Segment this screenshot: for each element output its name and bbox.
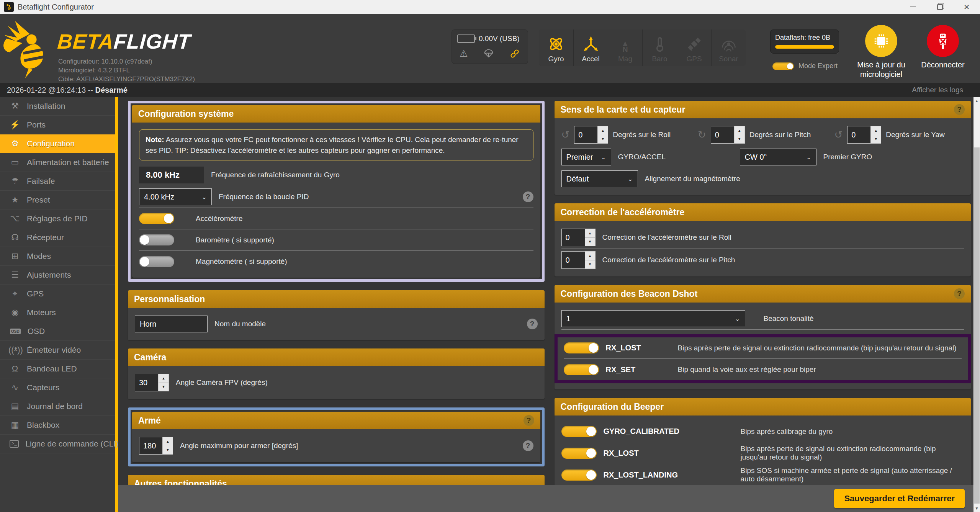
close-button[interactable]: × <box>953 0 980 14</box>
step-up-icon: ▲ <box>585 229 595 238</box>
beeper-row-rx-lost: RX_LOST Bips après perte de signal ou ex… <box>561 442 964 464</box>
sidebar-item-sensors[interactable]: ∿Capteurs <box>0 378 115 397</box>
scroll-up-arrow[interactable]: ▲ <box>973 97 980 105</box>
sidebar-item-motors[interactable]: ◉Moteurs <box>0 303 115 322</box>
stepper-buttons[interactable]: ▲▼ <box>585 252 595 268</box>
beeper-rx-lost-toggle[interactable] <box>561 448 597 459</box>
dshot-rx-lost-toggle[interactable] <box>564 342 599 353</box>
sensor-baro: Baro <box>642 29 677 66</box>
sidebar-item-preset[interactable]: ★Preset <box>0 191 115 209</box>
restore-icon <box>937 4 943 10</box>
magnetometer-toggle[interactable] <box>139 256 174 267</box>
beeper-gyro-calibrated-toggle[interactable] <box>561 426 597 437</box>
scroll-down-arrow[interactable]: ▼ <box>973 504 980 512</box>
plug-icon: ⚡ <box>8 120 21 130</box>
roll-degrees-stepper[interactable]: ▲▼ <box>574 126 608 144</box>
accelerometer-toggle[interactable] <box>139 213 174 224</box>
window-titlebar: Betaflight Configurator × <box>0 0 980 14</box>
save-and-reboot-button[interactable]: Sauvegarder et Redémarrer <box>834 489 965 508</box>
help-icon[interactable]: ? <box>523 440 533 451</box>
step-down-icon: ▼ <box>585 238 595 246</box>
sidebar-item-pid-tuning[interactable]: ⌥Réglages de PID <box>0 209 115 228</box>
sidebar-item-video-transmitter[interactable]: ((ᵜ))Émetteur vidéo <box>0 341 115 360</box>
sidebar-item-led-strip[interactable]: ΩBandeau LED <box>0 360 115 378</box>
section-title: Autres fonctionnalités <box>134 479 227 485</box>
expert-mode-toggle[interactable] <box>772 62 794 70</box>
expert-mode-label: Mode Expert <box>798 62 838 70</box>
beeper-rx-lost-landing-toggle[interactable] <box>561 469 597 481</box>
stepper-buttons[interactable]: ▲▼ <box>162 437 173 454</box>
firmware-version: Micrologiciel: 4.3.2 BTFL <box>58 66 195 75</box>
model-name-input[interactable] <box>135 316 208 332</box>
pitch-degrees-stepper[interactable]: ▲▼ <box>711 126 745 144</box>
max-arm-angle-stepper[interactable]: ▲▼ <box>139 437 173 455</box>
stepper-buttons[interactable]: ▲▼ <box>870 126 881 143</box>
stepper-buttons[interactable]: ▲▼ <box>597 126 608 143</box>
show-logs-link[interactable]: Afficher les logs <box>912 86 963 94</box>
beacon-tone-select[interactable]: 1⌄ <box>561 310 745 327</box>
app-header: BETAFLIGHT Configurateur: 10.10.0 (c97de… <box>0 14 980 83</box>
barometer-toggle[interactable] <box>139 234 174 245</box>
stepper-buttons[interactable]: ▲▼ <box>158 374 169 391</box>
minimize-button[interactable] <box>900 0 926 14</box>
accel-trim-pitch-stepper[interactable]: ▲▼ <box>561 251 596 269</box>
maximize-button[interactable] <box>926 0 953 14</box>
step-down-icon: ▼ <box>735 135 744 144</box>
sidebar-item-cli[interactable]: >_Ligne de commande (CLI) <box>0 435 115 453</box>
disconnect-button[interactable]: Déconnecter <box>914 25 972 70</box>
sidebar-item-osd[interactable]: OSDOSD <box>0 322 115 341</box>
help-icon[interactable]: ? <box>527 319 538 329</box>
section-title: Configuration des Beacon Dshot <box>561 289 698 299</box>
sidebar-item-power-battery[interactable]: ▭Alimentation et batterie <box>0 153 115 172</box>
yaw-degrees-group: ↺ ▲▼ Degrés sur le Yaw <box>834 126 964 144</box>
sidebar-item-modes[interactable]: ⊞Modes <box>0 247 115 266</box>
pid-frequency-select[interactable]: 4.00 kHz⌄ <box>139 188 212 205</box>
receiver-icon: ☊ <box>8 232 21 242</box>
beeper-configuration-section: Configuration du Beeper GYRO_CALIBRATED … <box>555 398 971 485</box>
wrench-icon: ⚒ <box>8 101 21 111</box>
sidebar-item-ports[interactable]: ⚡Ports <box>0 116 115 134</box>
app-bee-icon <box>4 2 14 12</box>
sidebar-item-adjustments[interactable]: ☰Ajustements <box>0 266 115 285</box>
stepper-buttons[interactable]: ▲▼ <box>585 229 595 246</box>
sidebar-item-logbook[interactable]: ▤Journal de bord <box>0 397 115 416</box>
help-icon[interactable]: ? <box>954 288 965 299</box>
sidebar-item-blackbox[interactable]: ▦Blackbox <box>0 416 115 435</box>
version-info: Configurateur: 10.10.0 (c97deaf) Microlo… <box>58 57 195 83</box>
yaw-degrees-stepper[interactable]: ▲▼ <box>847 126 881 144</box>
fpv-camera-angle-stepper[interactable]: ▲▼ <box>135 374 169 391</box>
section-title: Armé <box>138 415 161 426</box>
accel-trim-roll-stepper[interactable]: ▲▼ <box>561 229 596 246</box>
mag-alignment-select[interactable]: Défaut⌄ <box>561 170 638 187</box>
logbook-icon: ▤ <box>8 401 21 411</box>
sidebar-item-installation[interactable]: ⚒Installation <box>0 97 115 116</box>
sidebar-item-configuration[interactable]: ⚙Configuration <box>0 134 115 153</box>
step-down-icon: ▼ <box>598 135 608 144</box>
first-gyro-accel-select[interactable]: Premier⌄ <box>561 149 611 165</box>
firmware-update-button[interactable]: Mise à jour dumicrologiciel <box>851 25 912 79</box>
gyro-frequency-value: 8.00 kHz <box>139 167 204 183</box>
help-icon[interactable]: ? <box>524 415 534 426</box>
dshot-rx-set-toggle[interactable] <box>564 364 599 375</box>
first-gyro-orientation-select[interactable]: CW 0°⌄ <box>740 149 816 165</box>
help-icon[interactable]: ? <box>954 104 965 115</box>
sidebar-item-receiver[interactable]: ☊Récepteur <box>0 228 115 247</box>
barometer-icon <box>651 36 668 52</box>
dataflash-progress-bar <box>775 45 834 49</box>
sidebar-item-gps[interactable]: ⌖GPS <box>0 285 115 303</box>
chevron-down-icon: ⌄ <box>202 193 207 201</box>
stepper-buttons[interactable]: ▲▼ <box>734 126 744 143</box>
chevron-down-icon: ⌄ <box>806 154 811 161</box>
chevron-down-icon: ⌄ <box>628 175 633 183</box>
sidebar-item-failsafe[interactable]: ☂Failsafe <box>0 172 115 191</box>
pitch-rotate-icon: ↻ <box>698 129 706 141</box>
sensor-gps: GPS <box>677 29 711 66</box>
roll-rotate-icon: ↺ <box>561 129 570 141</box>
sidebar-nav: ⚒Installation ⚡Ports ⚙Configuration ▭Ali… <box>0 97 118 512</box>
battery-icon <box>457 34 475 43</box>
vertical-scrollbar[interactable]: ▲ ▼ <box>973 97 980 512</box>
help-icon[interactable]: ? <box>523 191 533 202</box>
magnetometer-toggle-row: Magnétomètre ( si supporté) <box>139 251 533 272</box>
right-column: Sens de la carte et du capteur? ↺ ▲▼ Deg… <box>555 101 971 485</box>
scrollbar-thumb[interactable] <box>974 147 980 504</box>
